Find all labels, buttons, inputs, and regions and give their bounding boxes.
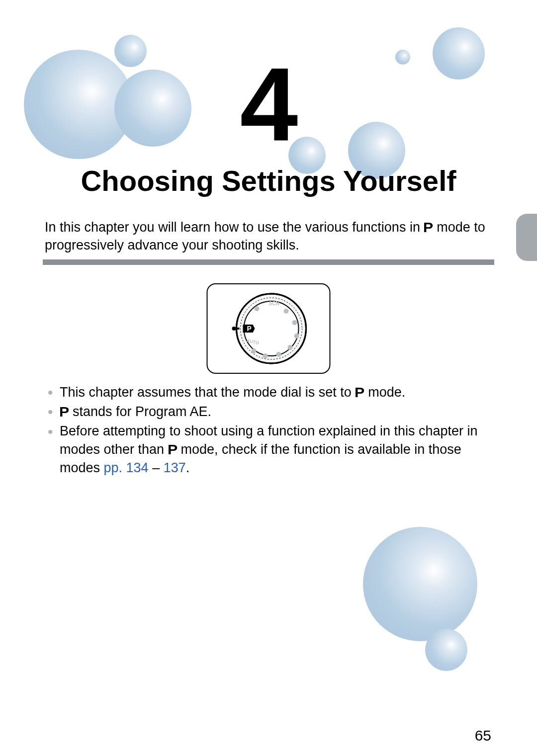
- chapter-title: Choosing Settings Yourself: [0, 164, 537, 197]
- page-number: 65: [475, 727, 491, 744]
- decorative-bubble: [363, 527, 477, 641]
- svg-point-4: [232, 327, 236, 331]
- bullet-text: –: [149, 460, 164, 475]
- mode-dial-svg: P AUTO SCN: [224, 289, 313, 368]
- svg-point-11: [292, 320, 297, 325]
- intro-paragraph: In this chapter you will learn how to us…: [45, 218, 492, 254]
- svg-rect-5: [235, 328, 239, 330]
- list-item: Before attempting to shoot using a funct…: [45, 422, 496, 477]
- bullet-text: mode.: [364, 385, 406, 400]
- page-reference-link[interactable]: pp. 134: [104, 460, 149, 475]
- chapter-number: 4: [240, 52, 297, 157]
- decorative-bubble: [425, 629, 467, 671]
- bullet-text: stands for Program AE.: [69, 404, 211, 419]
- bullet-list: This chapter assumes that the mode dial …: [45, 383, 496, 478]
- intro-text: In this chapter you will learn how to us…: [45, 220, 424, 235]
- p-mode-icon: P: [168, 440, 178, 459]
- bullet-text: This chapter assumes that the mode dial …: [60, 385, 355, 400]
- svg-text:SCN: SCN: [268, 301, 279, 306]
- decorative-bubble: [395, 50, 410, 65]
- svg-point-10: [283, 309, 288, 314]
- decorative-bubble: [114, 70, 191, 147]
- svg-point-15: [263, 353, 268, 358]
- decorative-bubble: [114, 35, 147, 67]
- mode-dial-illustration: P AUTO SCN: [207, 283, 331, 374]
- list-item: This chapter assumes that the mode dial …: [45, 383, 496, 401]
- chapter-tab: [516, 214, 537, 261]
- p-mode-icon: P: [424, 218, 434, 237]
- decorative-bubble: [433, 27, 485, 80]
- p-mode-icon: P: [59, 403, 69, 421]
- svg-point-16: [251, 348, 256, 353]
- page-reference-link[interactable]: 137: [164, 460, 186, 475]
- section-divider: [43, 259, 494, 265]
- svg-point-13: [287, 345, 292, 350]
- p-mode-icon: P: [355, 383, 364, 402]
- list-item: P stands for Program AE.: [45, 402, 496, 420]
- bullet-text: .: [186, 460, 190, 475]
- svg-text:P: P: [247, 325, 251, 333]
- svg-point-12: [294, 334, 299, 338]
- svg-point-9: [254, 306, 259, 311]
- svg-point-14: [276, 352, 281, 357]
